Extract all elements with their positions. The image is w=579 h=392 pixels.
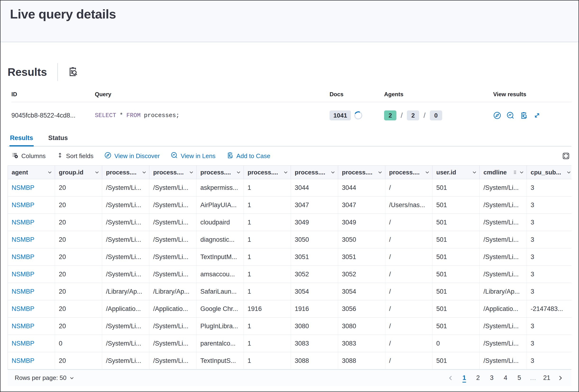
column-header-label: process....	[342, 169, 372, 176]
column-header-group.id[interactable]: group.id	[55, 166, 102, 179]
discover-compass-icon	[104, 152, 111, 160]
column-header-process....[interactable]: process....	[197, 166, 244, 179]
chevron-down-icon	[330, 170, 336, 175]
column-header-user.id[interactable]: user.id	[433, 166, 480, 179]
add-to-case-button[interactable]: Add to Case	[226, 152, 270, 160]
cell: 1	[244, 266, 291, 283]
sort-fields-button[interactable]: Sort fields	[57, 152, 94, 160]
column-header-process....[interactable]: process....	[244, 166, 291, 179]
heading-divider	[57, 63, 58, 81]
page-number-2[interactable]: 2	[473, 373, 483, 383]
agent-link[interactable]: NSMBP	[8, 352, 55, 369]
agent-link[interactable]: NSMBP	[8, 231, 55, 248]
agents-success-badge: 2	[384, 110, 396, 120]
cell: /System/Li...	[149, 266, 197, 283]
cell: 3054	[291, 283, 338, 300]
column-header-process....[interactable]: process....	[149, 166, 197, 179]
grid-toolbar: Columns Sort fields	[7, 146, 572, 165]
cell: /	[385, 248, 433, 265]
column-header-process....[interactable]: process....	[291, 166, 338, 179]
column-header-process....[interactable]: process....	[338, 166, 385, 179]
tab-results[interactable]: Results	[9, 131, 34, 146]
chevron-down-icon	[69, 375, 74, 381]
agent-link[interactable]: NSMBP	[8, 214, 55, 231]
cell: 1916	[291, 300, 338, 317]
chevron-down-icon	[519, 170, 524, 175]
cell: 3	[527, 335, 572, 352]
column-header-agent[interactable]: agent	[8, 166, 55, 179]
page-number-3[interactable]: 3	[487, 373, 497, 383]
cell: 3	[527, 266, 572, 283]
page-number-5[interactable]: 5	[514, 373, 524, 383]
page-number-4[interactable]: 4	[500, 373, 511, 383]
cell: /System/Li...	[480, 266, 527, 283]
cell: /System/Li...	[480, 248, 527, 265]
rows-per-page-button[interactable]: Rows per page: 50	[15, 374, 74, 382]
agents-cell: 2 / 2 / 0	[384, 110, 493, 120]
cell: 501	[433, 196, 480, 213]
view-in-discover-icon[interactable]	[493, 111, 501, 120]
agent-link[interactable]: NSMBP	[8, 335, 55, 352]
cell: 501	[433, 214, 480, 231]
cell: 20	[55, 352, 102, 369]
agents-separator: /	[400, 111, 404, 120]
cell: 501	[433, 179, 480, 196]
rows-per-page-label: Rows per page: 50	[15, 374, 66, 382]
cell: /	[385, 231, 433, 248]
cell: /System/Li...	[480, 179, 527, 196]
sort-arrows-icon	[57, 152, 63, 160]
chevron-down-icon	[377, 170, 383, 175]
page-number-list: 12345…21	[446, 373, 565, 383]
cell: 0	[433, 335, 480, 352]
cell: 20	[55, 179, 102, 196]
agent-link[interactable]: NSMBP	[8, 196, 55, 213]
view-in-lens-icon[interactable]	[507, 111, 514, 120]
agent-link[interactable]: NSMBP	[8, 283, 55, 300]
cell: 1	[244, 283, 291, 300]
cell: askpermiss...	[197, 179, 244, 196]
cell: 1	[244, 318, 291, 335]
cell: /Applicatio...	[149, 300, 197, 317]
column-header-process....[interactable]: process....	[385, 166, 433, 179]
inspect-clipboard-icon[interactable]	[67, 66, 78, 78]
query-id: 9045fcb8-8522-4cd8...	[11, 112, 95, 119]
cell: 3049	[291, 214, 338, 231]
cell: /Users/nas...	[385, 196, 433, 213]
view-in-discover-button[interactable]: View in Discover	[104, 152, 160, 160]
cell: 20	[55, 283, 102, 300]
cell: 3080	[291, 318, 338, 335]
view-in-lens-button[interactable]: View in Lens	[171, 152, 216, 160]
columns-button[interactable]: Columns	[11, 152, 46, 160]
cell: 20	[55, 266, 102, 283]
cell: /	[385, 266, 433, 283]
previous-page-arrow[interactable]	[446, 375, 456, 381]
summary-data-row: 9045fcb8-8522-4cd8... SELECT * FROM proc…	[11, 102, 572, 129]
view-in-lens-label: View in Lens	[181, 152, 216, 160]
cell: 3052	[291, 266, 338, 283]
table-row: NSMBP20/System/Li.../System/Li...AirPlay…	[8, 196, 572, 214]
column-header-label: cpu_sub...	[531, 169, 561, 176]
cell: /System/Li...	[102, 352, 149, 369]
agent-link[interactable]: NSMBP	[8, 266, 55, 283]
open-full-results-icon[interactable]	[533, 111, 541, 120]
agent-link[interactable]: NSMBP	[8, 300, 55, 317]
tab-status[interactable]: Status	[48, 131, 69, 146]
agent-link[interactable]: NSMBP	[8, 318, 55, 335]
view-results-inspect-icon[interactable]	[520, 111, 528, 120]
page-number-1[interactable]: 1	[459, 373, 469, 383]
column-header-process....[interactable]: process....	[102, 166, 149, 179]
agent-link[interactable]: NSMBP	[8, 248, 55, 265]
summary-col-id: ID	[11, 91, 95, 98]
page-number-21[interactable]: 21	[542, 373, 552, 383]
column-header-cpu_sub...[interactable]: cpu_sub...	[527, 166, 572, 179]
query-summary-table: ID Query Docs Agents View results 9045fc…	[7, 91, 572, 129]
next-page-arrow[interactable]	[555, 375, 565, 381]
cell: /Library/Ap...	[480, 283, 527, 300]
column-header-cmdline[interactable]: cmdline	[480, 166, 527, 179]
cell: /System/Li...	[102, 196, 149, 213]
agent-link[interactable]: NSMBP	[8, 179, 55, 196]
cell: 501	[433, 300, 480, 317]
fullscreen-icon[interactable]	[562, 152, 570, 160]
table-row: NSMBP20/System/Li.../System/Li...askperm…	[8, 179, 572, 196]
view-results-actions	[493, 111, 572, 120]
